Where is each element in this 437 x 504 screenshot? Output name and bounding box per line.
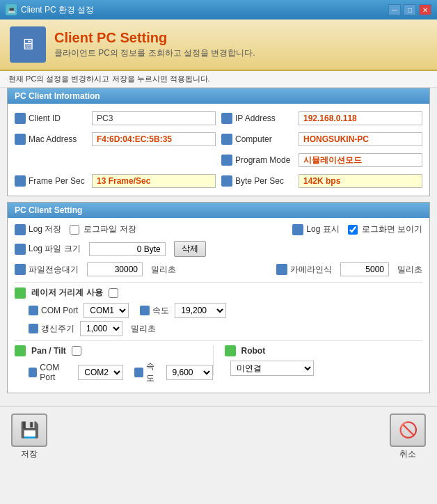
log-size-row: Log 파일 크기 삭제 <box>15 241 422 257</box>
logfile-save-check-row: 로그파일 저장 <box>70 223 136 235</box>
ip-icon <box>221 113 232 124</box>
frame-label: Frame Per Sec <box>15 175 88 187</box>
save-button[interactable]: 💾 저장 <box>11 414 47 460</box>
byte-label: Byte Per Sec <box>221 175 294 187</box>
computer-input[interactable] <box>299 132 422 146</box>
camera-input[interactable] <box>340 262 389 276</box>
pan-speed-label: 속도 <box>134 361 160 384</box>
robot-col: Robot 미연결 연결 <box>213 345 423 376</box>
mac-input[interactable] <box>92 132 216 146</box>
ip-input[interactable] <box>299 111 422 125</box>
laser-speed-select[interactable]: 9,600 19,200 38,400 115,200 <box>175 303 226 318</box>
laser-refresh-label: 갱신주기 <box>29 323 74 335</box>
client-id-icon <box>15 113 26 124</box>
robot-status-select[interactable]: 미연결 연결 <box>230 361 314 376</box>
delete-button[interactable]: 삭제 <box>174 241 206 257</box>
pan-speed-icon <box>134 368 143 377</box>
laser-com-row: COM Port COM1 COM2 COM3 속도 9,600 19,200 <box>15 303 422 318</box>
log-save-icon <box>15 224 26 235</box>
camera-unit: 밀리초 <box>397 264 422 276</box>
frame-input[interactable] <box>92 174 216 188</box>
save-label: 저장 <box>21 448 38 460</box>
laser-checkbox[interactable] <box>109 288 118 298</box>
log-display-icon <box>292 224 303 235</box>
pan-com-select[interactable]: COM1 COM2 COM3 <box>78 365 123 380</box>
log-row: Log 저장 로그파일 저장 Log 표시 로그화면 보이기 <box>15 223 422 235</box>
pan-tilt-green-icon <box>15 345 26 356</box>
info-section-header: PC Client Information <box>8 88 429 104</box>
header-title: Client PC Setting <box>54 30 255 46</box>
log-save-label: Log 저장 <box>15 223 61 235</box>
laser-green-icon <box>15 288 26 299</box>
frame-icon <box>15 175 26 187</box>
byte-input[interactable] <box>299 174 422 188</box>
pan-com-icon <box>29 368 37 377</box>
file-transfer-unit: 밀리초 <box>151 264 176 276</box>
laser-refresh-select[interactable]: 1,000 2,000 5,000 <box>80 321 122 336</box>
log-size-label: Log 파일 크기 <box>15 243 81 255</box>
program-mode-row: Program Mode <box>218 151 425 169</box>
header-icon: 🖥 <box>10 26 46 63</box>
client-id-label: Client ID <box>15 113 88 124</box>
refresh-unit: 밀리초 <box>131 323 156 335</box>
laser-speed-label: 속도 <box>140 305 169 317</box>
client-id-input[interactable] <box>92 111 216 125</box>
file-transfer-label: 파일전송대기 <box>15 264 79 276</box>
pan-speed-select[interactable]: 9,600 19,200 38,400 <box>166 365 213 380</box>
cancel-icon: 🚫 <box>390 414 426 447</box>
logfile-save-checkbox[interactable] <box>70 225 79 235</box>
divider-2 <box>15 340 422 341</box>
close-button[interactable]: ✕ <box>419 4 431 15</box>
client-id-row: Client ID <box>12 109 218 127</box>
pc-client-info-section: PC Client Information Client ID IP Addre… <box>7 88 430 196</box>
notice-bar: 현재 PC의 설정을 변경하시고 저장을 누르시면 적용됩니다. <box>0 71 437 88</box>
pan-tilt-col: Pan / Tilt COM Port COM1 COM2 COM3 <box>15 345 213 387</box>
laser-refresh-row: 갱신주기 1,000 2,000 5,000 밀리초 <box>15 321 422 336</box>
program-mode-icon <box>221 155 232 166</box>
ip-row: IP Address <box>218 109 425 127</box>
save-icon: 💾 <box>11 414 47 447</box>
camera-label: 카메라인식 <box>276 264 332 276</box>
computer-label: Computer <box>221 134 294 145</box>
minimize-button[interactable]: ─ <box>388 4 401 15</box>
laser-row: 레이저 거리계 사용 <box>15 287 422 299</box>
program-mode-input[interactable] <box>299 153 422 167</box>
transfer-camera-row: 파일전송대기 밀리초 카메라인식 밀리초 <box>15 262 422 276</box>
file-transfer-input[interactable] <box>87 262 143 276</box>
mac-row: Mac Address <box>12 130 218 148</box>
file-transfer-icon <box>15 264 26 275</box>
cancel-label: 취소 <box>399 448 416 460</box>
pc-client-setting-section: PC Client Setting Log 저장 로그파일 저장 Log 표시 <box>7 202 430 393</box>
laser-label: 레이저 거리계 사용 <box>31 287 103 299</box>
maximize-button[interactable]: □ <box>404 4 416 15</box>
pan-com-row: COM Port COM1 COM2 COM3 속도 9,600 <box>15 361 213 384</box>
cancel-button[interactable]: 🚫 취소 <box>390 414 426 460</box>
robot-label: Robot <box>241 346 266 356</box>
laser-com-select[interactable]: COM1 COM2 COM3 <box>84 303 129 318</box>
divider-1 <box>15 282 422 283</box>
log-size-input[interactable] <box>89 242 166 256</box>
pan-robot-section: Pan / Tilt COM Port COM1 COM2 COM3 <box>15 345 422 387</box>
laser-speed-icon <box>140 306 150 315</box>
info-grid: Client ID IP Address Mac Address <box>8 104 429 196</box>
header-subtitle: 클라이언트 PC의 정보를 조회하고 설정을 변경합니다. <box>54 47 255 59</box>
robot-status-row: 미연결 연결 <box>225 361 423 376</box>
byte-icon <box>221 175 232 187</box>
logfile-save-label: 로그파일 저장 <box>84 223 136 235</box>
laser-refresh-icon <box>29 324 38 333</box>
pan-tilt-checkbox[interactable] <box>72 346 81 356</box>
setting-section-header: PC Client Setting <box>8 203 429 218</box>
mac-icon <box>15 134 26 145</box>
spacer-row <box>12 151 218 169</box>
computer-icon <box>221 134 232 145</box>
pan-com-label: COM Port <box>29 363 72 382</box>
camera-icon <box>276 264 287 275</box>
footer: 💾 저장 🚫 취소 <box>0 406 437 467</box>
program-mode-label: Program Mode <box>221 155 294 166</box>
laser-section: 레이저 거리계 사용 COM Port COM1 COM2 COM3 <box>15 287 422 336</box>
laser-com-label: COM Port <box>29 306 78 315</box>
header-text: Client PC Setting 클라이언트 PC의 정보를 조회하고 설정을… <box>54 30 255 59</box>
log-display-label: Log 표시 <box>292 223 339 235</box>
robot-green-icon <box>225 345 236 356</box>
log-screen-checkbox[interactable] <box>348 225 358 235</box>
